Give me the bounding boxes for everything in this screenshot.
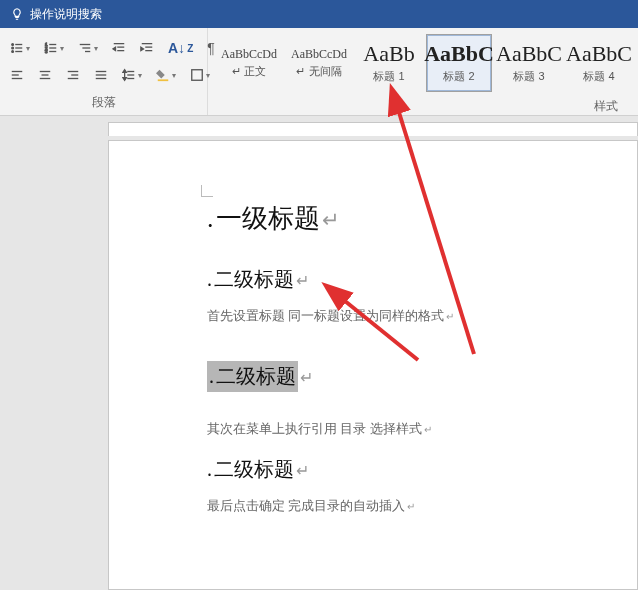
svg-point-0 [12,44,14,46]
style-name-label: 标题 2 [443,69,474,84]
style-preview-text: AaBbC [424,43,494,65]
style-name-label: ↵ 正文 [232,64,266,79]
style-preview-text: AaBbCcDd [221,48,277,60]
paragraph-group-label: 段落 [6,94,201,115]
styles-group: AaBbCcDd↵ 正文AaBbCcDd↵ 无间隔AaBb标题 1AaBbC标题… [208,28,638,115]
svg-point-2 [12,47,14,49]
multilevel-list-button[interactable]: ▾ [74,39,102,57]
justify-button[interactable] [90,66,112,84]
style-preview-text: AaBb [363,43,414,65]
heading-2-selected-text[interactable]: .二级标题 [207,361,298,392]
style-name-label: 标题 1 [373,69,404,84]
body-text[interactable]: 其次在菜单上执行引用 目录 选择样式↵ [207,420,617,438]
shading-button[interactable]: ▾ [152,66,180,84]
style-gallery-item[interactable]: AaBb标题 1 [356,34,422,92]
style-preview-text: AaBbC [566,43,632,65]
line-spacing-button[interactable]: ▾ [118,66,146,84]
document-page[interactable]: .一级标题↵ .二级标题↵ 首先设置标题 同一标题设置为同样的格式↵ .二级标题… [108,140,638,590]
style-gallery-item[interactable]: AaBbCcDd↵ 无间隔 [286,34,352,92]
styles-group-label: 样式 [212,94,638,119]
page-top-edge [108,122,638,136]
align-center-button[interactable] [34,66,56,84]
heading-1-text[interactable]: .一级标题↵ [207,201,617,236]
align-right-button[interactable] [62,66,84,84]
heading-2-text[interactable]: .二级标题↵ [207,456,617,483]
margin-corner-mark [201,185,213,197]
svg-marker-22 [141,47,144,51]
title-bar: 操作说明搜索 [0,0,638,28]
numbering-button[interactable]: 123▾ [40,39,68,57]
ribbon: ▾ 123▾ ▾ A↓Z ¶ [0,28,638,116]
style-gallery-item[interactable]: AaBbCcDd↵ 正文 [216,34,282,92]
style-gallery-item[interactable]: AaBbC标题 2 [426,34,492,92]
svg-text:3: 3 [45,49,48,54]
style-gallery-item[interactable]: AaBbC标题 4 [566,34,632,92]
decrease-indent-button[interactable] [108,39,130,57]
style-gallery-item[interactable]: AaBbC标题 3 [496,34,562,92]
svg-rect-42 [192,70,203,81]
svg-marker-18 [113,47,116,51]
body-text[interactable]: 最后点击确定 完成目录的自动插入↵ [207,497,617,515]
paragraph-group: ▾ 123▾ ▾ A↓Z ¶ [0,28,208,115]
svg-point-4 [12,51,14,53]
align-left-button[interactable] [6,66,28,84]
style-preview-text: AaBbCcDd [291,48,347,60]
heading-2-text[interactable]: .二级标题↵ [207,266,617,293]
tell-me-search[interactable]: 操作说明搜索 [30,6,102,23]
increase-indent-button[interactable] [136,39,158,57]
style-name-label: ↵ 无间隔 [296,64,341,79]
svg-marker-40 [123,78,127,81]
bullets-button[interactable]: ▾ [6,39,34,57]
body-text[interactable]: 首先设置标题 同一标题设置为同样的格式↵ [207,307,617,325]
svg-marker-39 [123,70,127,73]
sort-button[interactable]: A↓Z [164,38,197,58]
style-preview-text: AaBbC [496,43,562,65]
style-name-label: 标题 4 [583,69,614,84]
svg-rect-41 [158,79,169,81]
lightbulb-icon [10,7,24,21]
style-name-label: 标题 3 [513,69,544,84]
